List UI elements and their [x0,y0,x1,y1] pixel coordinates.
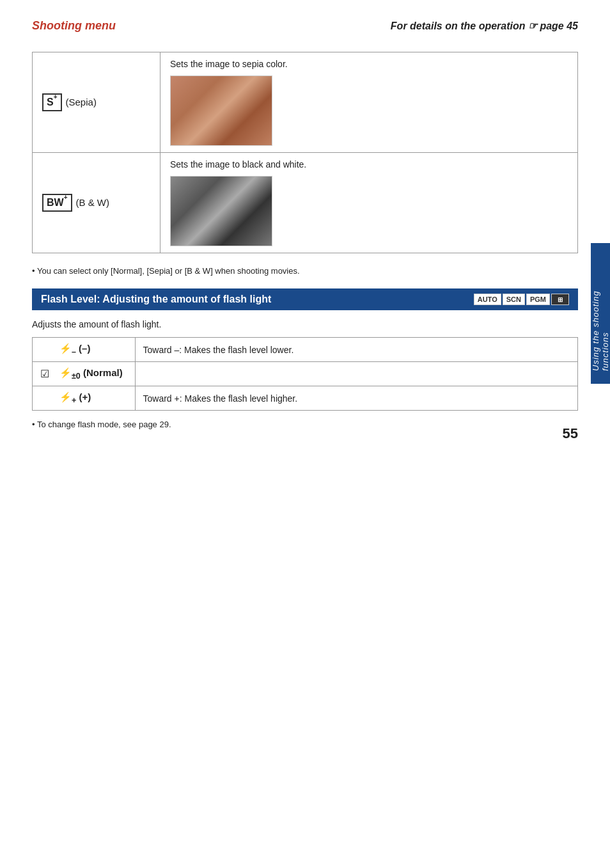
flash-section-title: Flash Level: Adjusting the amount of fla… [41,294,271,305]
flash-normal-check: ☑ [33,362,52,386]
table-row: BW+ (B & W) Sets the image to black and … [33,153,578,253]
flash-plus-check [33,386,52,411]
badge-pgm: PGM [526,294,550,305]
sepia-icon-cell: S+ (Sepia) [33,52,160,153]
side-tab: Using the shooting functions [591,243,610,384]
sepia-label: (Sepia) [66,97,97,107]
bw-label: (B & W) [76,197,110,208]
sepia-icon-box: S+ [42,93,62,111]
table-row: ⚡+ (+) Toward +: Makes the flash level h… [33,386,578,411]
bw-icon-text: BW+ [47,196,68,209]
mode-badges: AUTO SCN PGM ⊞ [474,294,569,305]
table-row: ☑ ⚡±0 (Normal) [33,362,578,386]
flash-options-table: ⚡– (–) Toward –: Makes the flash level l… [32,337,578,411]
flash-section-header: Flash Level: Adjusting the amount of fla… [32,288,578,310]
bw-thumbnail [170,176,272,246]
table-row: ⚡– (–) Toward –: Makes the flash level l… [33,338,578,362]
bw-icon-box: BW+ [42,194,72,211]
page-header: Shooting menu For details on the operati… [32,19,578,33]
flash-minus-check [33,338,52,362]
flash-desc: Adjusts the amount of flash light. [32,319,578,329]
bw-description: Sets the image to black and white. [170,159,568,170]
table-row: S+ (Sepia) Sets the image to sepia color… [33,52,578,153]
flash-normal-icon: ⚡±0 (Normal) [52,362,135,386]
sepia-icon-text: S+ [47,96,58,108]
bw-desc-cell: Sets the image to black and white. [160,153,578,253]
color-note: • You can select only [Normal], [Sepia] … [32,266,578,276]
flash-minus-desc: Toward –: Makes the flash level lower. [135,338,578,362]
sepia-description: Sets the image to sepia color. [170,59,568,69]
color-options-table: S+ (Sepia) Sets the image to sepia color… [32,52,578,253]
bw-icon-cell: BW+ (B & W) [33,153,160,253]
sepia-thumbnail [170,75,272,146]
flash-plus-icon: ⚡+ (+) [52,386,135,411]
shooting-menu-title: Shooting menu [32,19,116,33]
flash-plus-desc: Toward +: Makes the flash level higher. [135,386,578,411]
page-number: 55 [563,425,578,442]
badge-auto: AUTO [474,294,501,305]
badge-scn: SCN [503,294,525,305]
flash-note: • To change flash mode, see page 29. [32,420,578,429]
sepia-desc-cell: Sets the image to sepia color. [160,52,578,153]
operation-ref: For details on the operation ☞ page 45 [391,20,578,32]
flash-level-section: Flash Level: Adjusting the amount of fla… [32,288,578,429]
badge-icon: ⊞ [551,294,569,305]
flash-normal-desc [135,362,578,386]
flash-minus-icon: ⚡– (–) [52,338,135,362]
